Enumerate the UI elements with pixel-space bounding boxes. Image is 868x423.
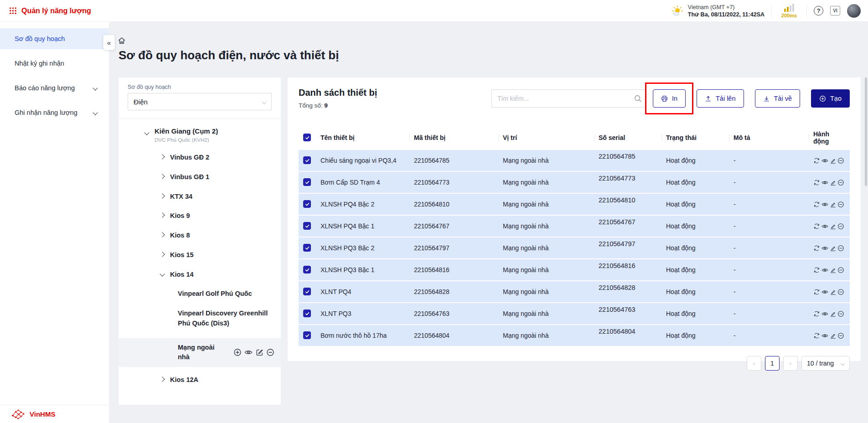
create-button[interactable]: Tạo (811, 89, 850, 108)
checkbox-checked[interactable] (303, 310, 311, 317)
edit-icon[interactable] (830, 244, 837, 252)
sync-icon[interactable] (813, 244, 820, 252)
chevron-down-icon[interactable] (144, 130, 149, 135)
search-input[interactable] (491, 89, 646, 108)
view-icon[interactable] (822, 201, 828, 208)
remove-icon[interactable] (837, 266, 844, 274)
cell-description: - (729, 194, 809, 215)
help-icon[interactable]: ? (814, 6, 823, 15)
add-icon[interactable] (233, 348, 242, 356)
cell-status: Hoạt động (661, 237, 729, 258)
sync-icon[interactable] (813, 222, 820, 230)
chevron-right-icon[interactable] (160, 193, 165, 198)
tree-item[interactable]: KTX 34 (128, 192, 272, 202)
edit-icon[interactable] (830, 288, 837, 296)
cell-serial: 2210564828 (594, 281, 661, 302)
chevron-down-icon[interactable] (160, 271, 165, 276)
checkbox-checked[interactable] (303, 244, 311, 252)
tree-item[interactable]: Kios 9 (128, 211, 272, 221)
view-icon[interactable] (822, 244, 828, 252)
cell-device-name: XLNSH PQ4 Bậc 1 (316, 216, 409, 237)
tree-root-item[interactable]: Kiên Giang (Cụm 2) DVC Phú Quốc (KVH2) (128, 127, 272, 143)
edit-icon[interactable] (830, 266, 837, 274)
chevron-right-icon[interactable] (160, 213, 165, 218)
tree-item[interactable]: Vinbus GĐ 1 (128, 172, 272, 182)
edit-icon[interactable] (830, 332, 837, 340)
tree-item[interactable]: Vinpearl Golf Phú Quốc (128, 289, 272, 299)
breadcrumb-home[interactable] (118, 36, 126, 45)
search-icon[interactable] (634, 94, 642, 103)
checkbox-checked[interactable] (303, 200, 311, 208)
download-button[interactable]: Tải về (755, 89, 801, 108)
chevron-right-icon[interactable] (160, 252, 165, 257)
sidebar-item-1[interactable]: Sơ đồ quy hoạch (0, 28, 109, 49)
upload-button[interactable]: Tải lên (697, 89, 744, 108)
view-icon[interactable] (822, 222, 828, 230)
edit-icon[interactable] (830, 179, 837, 186)
print-button[interactable]: In (653, 89, 686, 108)
sidebar-item-3[interactable]: Báo cáo năng lượng (0, 77, 109, 98)
edit-icon[interactable] (255, 348, 264, 356)
edit-icon[interactable] (830, 310, 837, 318)
locale-block: Vietnam (GMT +7) Thứ Ba, 08/11/2022, 11:… (671, 4, 765, 18)
sidebar-item-2[interactable]: Nhật ký ghi nhận (0, 53, 109, 74)
vertical-scrollbar-thumb[interactable] (865, 77, 867, 186)
pagination-page-1[interactable]: 1 (765, 356, 780, 371)
sync-icon[interactable] (813, 288, 820, 296)
remove-icon[interactable] (266, 348, 274, 356)
checkbox-checked[interactable] (303, 288, 311, 295)
checkbox-checked[interactable] (303, 331, 311, 339)
remove-icon[interactable] (837, 201, 844, 208)
remove-icon[interactable] (837, 157, 844, 165)
tree-item[interactable]: Kios 14 (128, 270, 272, 280)
sync-icon[interactable] (813, 310, 820, 318)
view-icon[interactable] (822, 266, 828, 274)
cell-device-name: XLNT PQ3 (316, 303, 409, 324)
view-icon[interactable] (822, 288, 828, 296)
page-size-select[interactable]: 10 / trang (801, 356, 850, 371)
view-icon[interactable] (822, 332, 828, 340)
pagination-prev-button[interactable]: ‹ (747, 356, 761, 371)
remove-icon[interactable] (837, 244, 844, 252)
avatar[interactable] (847, 4, 861, 18)
chevron-right-icon[interactable] (160, 174, 165, 179)
checkbox-checked[interactable] (303, 156, 311, 164)
view-icon[interactable] (822, 310, 828, 318)
checkbox-checked[interactable] (303, 222, 311, 230)
chevron-right-icon[interactable] (160, 232, 165, 237)
edit-icon[interactable] (830, 222, 837, 230)
sync-icon[interactable] (813, 157, 820, 165)
tree-item[interactable]: Kios 15 (128, 250, 272, 260)
chevron-right-icon[interactable] (160, 154, 165, 159)
pagination-next-button[interactable]: › (783, 356, 798, 371)
remove-icon[interactable] (837, 222, 844, 230)
remove-icon[interactable] (837, 310, 844, 318)
tree-item[interactable]: Kios 12A (128, 375, 272, 385)
checkbox-checked[interactable] (303, 178, 311, 186)
cell-device-name: Bơm nước thô hồ 17ha (316, 325, 409, 346)
grid-menu-icon[interactable] (9, 7, 17, 15)
sync-icon[interactable] (813, 266, 820, 274)
tree-item[interactable]: Kios 8 (128, 231, 272, 241)
remove-icon[interactable] (837, 179, 844, 186)
scheme-select[interactable]: Điện (128, 93, 272, 110)
remove-icon[interactable] (837, 288, 844, 296)
view-icon[interactable] (244, 348, 253, 356)
sync-icon[interactable] (813, 179, 820, 186)
view-icon[interactable] (822, 157, 828, 165)
tree-item[interactable]: Mạng ngoài nhà (119, 338, 281, 367)
checkbox-checked[interactable] (303, 266, 311, 273)
edit-icon[interactable] (830, 201, 837, 208)
sidebar-item-4[interactable]: Ghi nhận năng lượng (0, 102, 109, 123)
tree-item[interactable]: Vinbus GĐ 2 (128, 153, 272, 163)
language-switcher[interactable]: VI (830, 6, 840, 15)
checkbox-checked[interactable] (303, 134, 311, 141)
sync-icon[interactable] (813, 201, 820, 208)
sync-icon[interactable] (813, 332, 820, 340)
tree-item[interactable]: Vinpearl Discovery Greenhill Phú Quốc (D… (128, 309, 272, 329)
edit-icon[interactable] (830, 157, 837, 165)
sidebar-collapse-button[interactable]: « (103, 35, 115, 50)
view-icon[interactable] (822, 179, 828, 186)
remove-icon[interactable] (837, 332, 844, 340)
chevron-right-icon[interactable] (160, 377, 165, 382)
